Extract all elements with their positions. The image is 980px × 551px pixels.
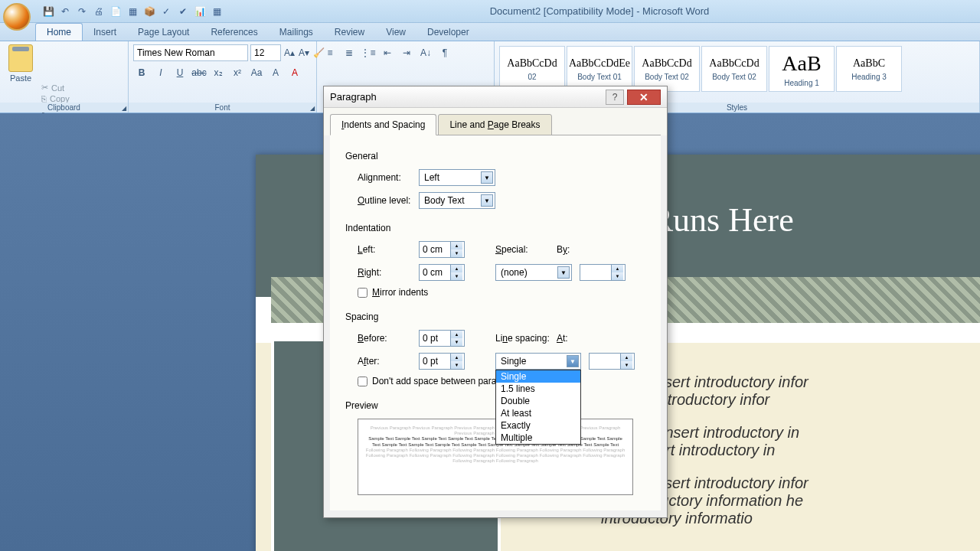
special-select[interactable]: (none)▼	[495, 264, 572, 281]
alignment-label: Alignment:	[358, 172, 419, 183]
paste-button[interactable]: Paste	[5, 44, 37, 83]
font-group: A▴ A▾ 🧹 B I U abc x₂ x² Aa A A Font ◢	[129, 41, 317, 112]
by-label: By:	[557, 244, 587, 255]
highlight-button[interactable]: A	[267, 64, 284, 81]
left-indent-spinner[interactable]: ▲▼	[419, 241, 465, 258]
line-spacing-option-at-least[interactable]: At least	[496, 407, 580, 419]
help-button[interactable]: ?	[606, 90, 624, 105]
by-spinner[interactable]: ▲▼	[580, 264, 626, 281]
change-case-button[interactable]: Aa	[248, 64, 265, 81]
tab-references[interactable]: References	[200, 24, 268, 41]
clipboard-label: Clipboard	[0, 103, 128, 112]
right-label: Right:	[358, 267, 419, 278]
tab-indents-spacing[interactable]: Indents and Spacing	[330, 114, 436, 135]
indentation-section: Indentation	[345, 223, 645, 233]
spell-icon[interactable]: ✓	[159, 5, 173, 18]
save-icon[interactable]: 💾	[41, 5, 55, 18]
undo-icon[interactable]: ↶	[58, 5, 72, 18]
line-spacing-dropdown[interactable]: Single1.5 linesDoubleAt leastExactlyMult…	[495, 370, 581, 445]
line-spacing-option-1.5-lines[interactable]: 1.5 lines	[496, 383, 580, 395]
quick-access-toolbar: 💾 ↶ ↷ 🖨 📄 ▦ 📦 ✓ ✔ 📊 ▦	[41, 5, 224, 18]
tab-insert[interactable]: Insert	[83, 24, 127, 41]
before-label: Before:	[358, 333, 419, 344]
special-label: Special:	[495, 244, 557, 255]
bullets-button[interactable]: ≡	[322, 44, 338, 61]
underline-button[interactable]: U	[172, 64, 188, 81]
shrink-font-icon[interactable]: A▾	[298, 44, 310, 61]
font-name-input[interactable]	[133, 44, 248, 61]
font-color-button[interactable]: A	[286, 64, 303, 81]
numbering-button[interactable]: ≣	[341, 44, 358, 61]
before-spinner[interactable]: ▲▼	[419, 330, 465, 347]
bold-button[interactable]: B	[133, 64, 150, 81]
mirror-label: Mirror indents	[372, 287, 428, 298]
dialog-tabs: Indents and Spacing Line and Page Breaks	[324, 108, 667, 135]
cut-button[interactable]: ✂ Cut	[41, 83, 123, 93]
decrease-indent-button[interactable]: ⇤	[379, 44, 396, 61]
tab-view[interactable]: View	[375, 24, 416, 41]
preview-icon[interactable]: 📄	[109, 5, 122, 18]
tab-home[interactable]: Home	[35, 23, 83, 41]
right-indent-spinner[interactable]: ▲▼	[419, 264, 465, 281]
tab-developer[interactable]: Developer	[416, 24, 480, 41]
dialog-titlebar[interactable]: Paragraph ? ✕	[324, 86, 667, 108]
style-item-2[interactable]: AaBbCcDdBody Text 02	[634, 46, 700, 92]
dont-add-label: Don't add space between paragra	[372, 376, 510, 386]
line-spacing-option-exactly[interactable]: Exactly	[496, 419, 580, 432]
font-size-input[interactable]	[250, 44, 281, 61]
dialog-title: Paragraph	[330, 91, 606, 103]
subscript-button[interactable]: x₂	[210, 64, 227, 81]
check-icon[interactable]: ✔	[176, 5, 190, 18]
style-item-4[interactable]: AaBHeading 1	[769, 46, 835, 92]
ribbon-tabs: Home Insert Page Layout References Maili…	[0, 23, 980, 41]
tab-review[interactable]: Review	[324, 24, 375, 41]
line-spacing-select[interactable]: Single▼	[495, 353, 581, 370]
dont-add-checkbox[interactable]	[358, 377, 368, 386]
spacing-section: Spacing	[345, 311, 645, 322]
paragraph-dialog: Paragraph ? ✕ Indents and Spacing Line a…	[323, 86, 668, 518]
clipboard-expand-icon[interactable]: ◢	[122, 105, 126, 112]
redo-icon[interactable]: ↷	[75, 5, 89, 18]
tab-page-layout[interactable]: Page Layout	[127, 24, 200, 41]
close-button[interactable]: ✕	[627, 90, 661, 105]
style-item-5[interactable]: AaBbCHeading 3	[836, 46, 902, 92]
line-spacing-option-multiple[interactable]: Multiple	[496, 432, 580, 444]
office-button[interactable]	[3, 3, 31, 31]
line-spacing-option-single[interactable]: Single	[496, 370, 580, 383]
tab-line-page-breaks[interactable]: Line and Page Breaks	[438, 114, 551, 135]
italic-button[interactable]: I	[152, 64, 169, 81]
superscript-button[interactable]: x²	[229, 64, 246, 81]
left-label: Left:	[358, 244, 419, 255]
outline-label: Outline level:	[358, 195, 419, 206]
show-marks-button[interactable]: ¶	[436, 44, 453, 61]
increase-indent-button[interactable]: ⇥	[398, 44, 415, 61]
after-label: After:	[358, 356, 419, 367]
style-item-0[interactable]: AaBbCcDd02	[499, 46, 565, 92]
cube-icon[interactable]: 📦	[142, 5, 156, 18]
chart-icon[interactable]: 📊	[193, 5, 207, 18]
style-item-3[interactable]: AaBbCcDdBody Text 02	[701, 46, 767, 92]
after-spinner[interactable]: ▲▼	[419, 353, 465, 370]
outline-select[interactable]: Body Text▼	[419, 192, 495, 209]
strike-button[interactable]: abc	[191, 64, 207, 81]
paste-icon	[8, 44, 33, 72]
alignment-select[interactable]: Left▼	[419, 169, 495, 186]
font-expand-icon[interactable]: ◢	[310, 105, 315, 112]
style-item-1[interactable]: AaBbCcDdEeBody Text 01	[567, 46, 632, 92]
font-label: Font	[129, 103, 316, 112]
general-section: General	[345, 151, 645, 161]
dialog-body: General Alignment: Left▼ Outline level: …	[330, 135, 661, 510]
title-bar: 💾 ↶ ↷ 🖨 📄 ▦ 📦 ✓ ✔ 📊 ▦ Document2 [Compati…	[0, 0, 980, 23]
grow-font-icon[interactable]: A▴	[283, 44, 296, 61]
tab-mailings[interactable]: Mailings	[269, 24, 324, 41]
mirror-checkbox[interactable]	[358, 288, 368, 298]
grid-icon[interactable]: ▦	[210, 5, 224, 18]
line-spacing-label: Line spacing:	[495, 333, 557, 344]
multilevel-button[interactable]: ⋮≡	[360, 44, 377, 61]
table-icon[interactable]: ▦	[126, 5, 139, 18]
clipboard-group: Paste ✂ Cut ⎘ Copy 🖌 Format Painter Clip…	[0, 41, 129, 112]
line-spacing-option-double[interactable]: Double	[496, 395, 580, 407]
at-spinner[interactable]: ▲▼	[589, 353, 635, 370]
sort-button[interactable]: A↓	[417, 44, 434, 61]
print-icon[interactable]: 🖨	[92, 5, 106, 18]
